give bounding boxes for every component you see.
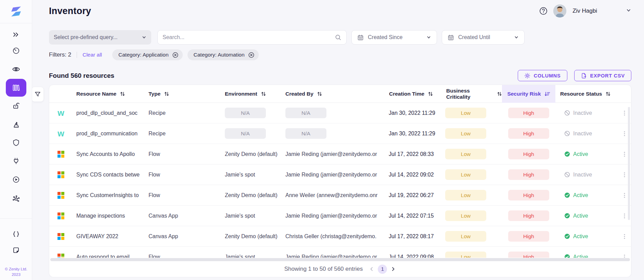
microsoft-icon: [57, 212, 64, 219]
creation-time-cell: Jul 14, 2022 09:08: [386, 254, 443, 258]
resource-status-cell: Inactive: [555, 131, 618, 137]
type-cell: Canvas App: [146, 213, 222, 219]
resource-name-cell: prod_dlp_communication: [72, 131, 146, 137]
export-file-icon: [581, 73, 587, 79]
export-csv-button[interactable]: EXPORT CSV: [574, 70, 631, 81]
row-menu-button[interactable]: [618, 254, 631, 258]
environment-cell: Jamie's spot: [222, 213, 283, 219]
resource-name-cell: Auto respond to email: [72, 254, 146, 258]
help-icon[interactable]: [539, 7, 548, 16]
security-risk-cell: High: [502, 252, 555, 258]
broom-icon[interactable]: [9, 118, 23, 132]
plug-icon[interactable]: [9, 154, 23, 168]
resource-name-cell: prod_dlp_cloud_and_soc: [72, 110, 146, 116]
environment-cell: N/A: [222, 128, 283, 139]
next-page-icon[interactable]: [390, 266, 396, 272]
user-menu-chevron-icon[interactable]: [626, 8, 631, 14]
kebab-menu-icon: [622, 131, 627, 137]
environment-cell: Zenity Demo (default): [222, 233, 283, 240]
created-by-cell: Christa Geller (christag@zenitydemo.: [283, 233, 386, 240]
security-risk-cell: High: [502, 210, 555, 221]
column-header-spacer: [618, 85, 631, 103]
kebab-menu-icon: [622, 151, 627, 157]
previous-page-icon[interactable]: [369, 266, 374, 272]
table-row[interactable]: w Auto respond to email Flow Jamie's spo…: [49, 247, 631, 258]
sort-icon: [497, 91, 502, 97]
security-risk-cell: High: [502, 190, 555, 200]
created-since-select[interactable]: Created Since: [351, 30, 437, 45]
creation-time-cell: Jul 17, 2022 08:17: [386, 233, 443, 240]
table-header-row: Resource NameTypeEnvironmentCreated ByCr…: [49, 85, 631, 103]
column-header-resource-status[interactable]: Resource Status: [555, 85, 618, 103]
table-row[interactable]: w Sync Accounts to Apollo Flow Zenity De…: [49, 144, 631, 165]
play-circle-icon[interactable]: [9, 173, 23, 186]
horizontal-scrollbar[interactable]: [50, 258, 630, 261]
created-by-cell: N/A: [283, 108, 386, 118]
gauge-icon[interactable]: [9, 44, 23, 58]
column-header-resource-name[interactable]: Resource Name: [72, 85, 146, 103]
column-header-business-criticality[interactable]: Business Criticality: [443, 85, 502, 103]
type-cell: Recipe: [146, 110, 222, 116]
resource-status-cell: Active: [555, 213, 618, 219]
created-by-cell: Jamie Reding (jamier@zenitydemo.or: [283, 151, 386, 157]
clear-all-link[interactable]: Clear all: [82, 52, 102, 58]
resource-name-cell: Sync CDS contacts betwe: [72, 172, 146, 178]
row-menu-button[interactable]: [618, 233, 631, 240]
table-row[interactable]: w Sync CustomerInsights to Flow Zenity D…: [49, 185, 631, 206]
microsoft-icon: [57, 192, 64, 199]
table-row[interactable]: w Manage inspections Canvas App Jamie's …: [49, 206, 631, 226]
topbar: Inventory Ziv Hagbi: [49, 0, 631, 22]
active-check-icon: [564, 213, 570, 219]
showing-entries-label: Showing 1 to 50 of 560 entries: [284, 266, 363, 272]
microsoft-icon: [57, 254, 64, 258]
expand-sidebar-icon[interactable]: [9, 28, 23, 41]
shield-icon[interactable]: [9, 136, 23, 149]
filter-chip: Category: Automation: [188, 49, 259, 60]
chevron-down-icon: [426, 35, 431, 40]
note-icon[interactable]: [9, 243, 23, 257]
current-page-button[interactable]: 1: [378, 265, 387, 274]
search-input[interactable]: [163, 34, 335, 40]
column-header-created-by[interactable]: Created By: [283, 85, 386, 103]
type-cell: Recipe: [146, 131, 222, 137]
column-header-security-risk[interactable]: Security Risk: [502, 85, 555, 103]
copyright: © Zenity Ltd. 2023: [0, 266, 32, 277]
columns-button[interactable]: COLUMNS: [518, 70, 567, 81]
table-row[interactable]: w Sync CDS contacts betwe Flow Jamie's s…: [49, 165, 631, 185]
found-resources-label: Found 560 resources: [49, 72, 114, 80]
created-until-select[interactable]: Created Until: [442, 30, 525, 45]
zenity-logo[interactable]: [0, 0, 32, 23]
environment-cell: N/A: [222, 108, 283, 118]
created-by-cell: Jamie Reding (jamier@zenitydemo.or: [283, 213, 386, 219]
active-check-icon: [564, 254, 570, 258]
filter-row: Select pre-defined query... Created Sinc…: [49, 30, 631, 45]
column-header-type[interactable]: Type: [146, 85, 222, 103]
inactive-slash-icon: [564, 131, 570, 136]
table-row[interactable]: w GIVEAWAY 2022 Canvas App Zenity Demo (…: [49, 226, 631, 247]
eye-icon[interactable]: [9, 62, 23, 76]
created-by-cell: Jamie Reding (jamier@zenitydemo.or: [283, 254, 386, 258]
inactive-slash-icon: [564, 110, 570, 116]
remove-filter-icon[interactable]: [172, 52, 179, 58]
business-criticality-cell: Low: [443, 149, 502, 159]
vertical-scrollbar[interactable]: [628, 107, 630, 220]
security-risk-cell: High: [502, 108, 555, 118]
table-row[interactable]: w prod_dlp_communication Recipe N/A N/A …: [49, 123, 631, 144]
created-since-label: Created Since: [368, 34, 402, 40]
search-icon: [335, 34, 342, 41]
unlock-icon[interactable]: [9, 99, 23, 112]
calendar-icon: [357, 34, 364, 41]
chevron-down-icon: [142, 35, 146, 40]
sort-icon: [120, 91, 125, 97]
network-icon[interactable]: [9, 192, 23, 206]
braces-icon[interactable]: [9, 228, 23, 241]
inventory-library-icon[interactable]: [6, 79, 26, 97]
table-row[interactable]: w prod_dlp_cloud_and_soc Recipe N/A N/A …: [49, 103, 631, 123]
predefined-query-select[interactable]: Select pre-defined query...: [49, 30, 151, 45]
avatar[interactable]: [553, 4, 566, 17]
creation-time-cell: Jul 19, 2022 06:27: [386, 192, 443, 198]
remove-filter-icon[interactable]: [248, 52, 255, 58]
table-filter-button[interactable]: [31, 87, 44, 102]
column-header-environment[interactable]: Environment: [222, 85, 283, 103]
column-header-creation-time[interactable]: Creation Time: [386, 85, 443, 103]
